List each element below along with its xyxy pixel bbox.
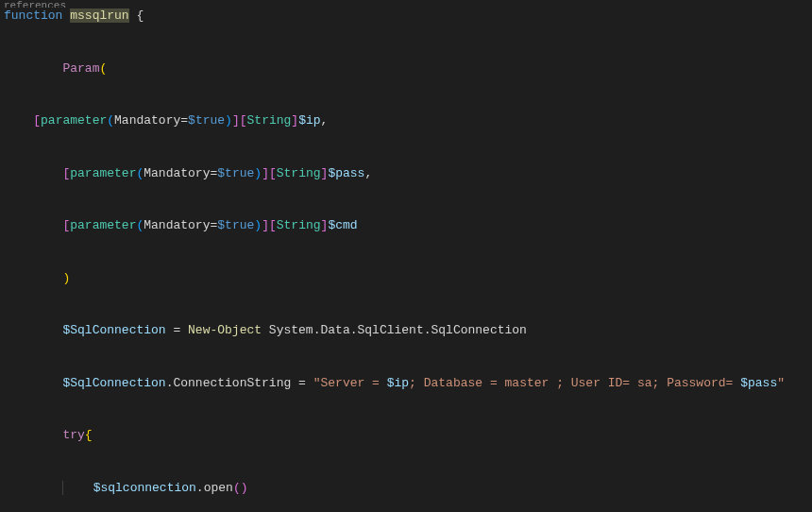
code-line-param-pass: [parameter(Mandatory=$true)][String]$pas… (0, 165, 812, 183)
attribute-name: parameter (41, 113, 107, 128)
paren: ( (107, 113, 114, 128)
blank-line (0, 26, 812, 43)
blank-line (0, 497, 812, 512)
property-mandatory: Mandatory (114, 113, 180, 128)
paren: ) (225, 113, 232, 128)
type-path: System.Data.SqlClient.SqlConnection (262, 323, 527, 337)
blank-line (0, 357, 812, 375)
blank-line (0, 305, 812, 323)
attribute-name: parameter (70, 218, 136, 232)
string-var-ip: $ip (387, 376, 409, 390)
blank-line (0, 392, 812, 410)
keyword-function: function (4, 9, 62, 23)
blank-line (0, 252, 812, 270)
cmdlet-new-object: New-Object (188, 323, 262, 337)
attribute-name: parameter (70, 166, 136, 180)
comma: , (364, 166, 372, 180)
code-line-connection-string: $SqlConnection.ConnectionString = "Serve… (0, 375, 812, 393)
variable-ip: $ip (298, 113, 320, 128)
code-line-new-object: $SqlConnection = New-Object System.Data.… (0, 322, 812, 340)
blank-line (0, 462, 812, 480)
brace-open: { (129, 9, 144, 23)
bracket: ] (291, 113, 298, 128)
code-line-param-ip: [parameter(Mandatory=$true)][String]$ip, (0, 112, 812, 130)
code-line-param-close: ) (0, 270, 812, 288)
blank-line (0, 130, 812, 148)
paren: ) (254, 166, 262, 180)
type-string: String (277, 166, 321, 180)
blank-line (0, 182, 812, 200)
code-editor[interactable]: references function mssqlrun { Param( [p… (0, 0, 812, 512)
equals: = (291, 376, 313, 390)
paren-close: ) (241, 481, 248, 495)
string-literal: "Server = (313, 376, 387, 390)
true-literal: $true (188, 113, 225, 128)
string-var-pass: $pass (740, 376, 777, 390)
dot: . (196, 481, 204, 495)
variable-sqlconnection: $SqlConnection (62, 323, 165, 337)
bracket: ] (262, 218, 269, 232)
variable-pass: $pass (328, 166, 364, 180)
code-line: function mssqlrun { (0, 8, 812, 26)
true-literal: $true (217, 166, 254, 180)
blank-line (0, 43, 812, 60)
string-literal: ; Database = master ; User ID= sa; Passw… (409, 376, 740, 390)
bracket: ] (262, 166, 269, 180)
property-mandatory: Mandatory (144, 218, 210, 232)
code-line-try: try{ (0, 427, 812, 445)
blank-line (0, 200, 812, 218)
bracket: [ (33, 113, 41, 128)
variable-sqlconnection: $sqlconnection (93, 481, 196, 495)
paren: ) (254, 218, 262, 232)
keyword-param: Param (62, 61, 99, 76)
code-line-open: $sqlconnection.open() (0, 480, 812, 498)
variable-sqlconnection: $SqlConnection (62, 376, 165, 390)
blank-line (0, 445, 812, 463)
bracket: [ (240, 113, 247, 128)
blank-line (0, 77, 812, 95)
blank-line (0, 235, 812, 253)
blank-line (0, 410, 812, 428)
string-literal: " (777, 376, 785, 390)
variable-cmd: $cmd (328, 218, 357, 232)
bracket: [ (269, 166, 277, 180)
references-label: references (0, 0, 812, 8)
code-line: Param( (0, 60, 812, 78)
code-line-param-cmd: [parameter(Mandatory=$true)][String]$cmd (0, 217, 812, 235)
type-string: String (247, 113, 292, 128)
true-literal: $true (217, 218, 254, 232)
equals: = (166, 323, 188, 337)
equals: = (180, 113, 188, 128)
function-name: mssqlrun (70, 9, 128, 23)
bracket: ] (232, 113, 240, 128)
method-open: open (204, 481, 233, 495)
brace-open: { (85, 428, 93, 442)
blank-line (0, 287, 812, 305)
paren-open: ( (99, 61, 107, 76)
comma: , (321, 113, 329, 128)
member-connectionstring: ConnectionString (173, 376, 291, 390)
type-string: String (277, 218, 321, 232)
blank-line (0, 147, 812, 165)
blank-line (0, 340, 812, 358)
blank-line (0, 95, 812, 113)
bracket: [ (269, 218, 277, 232)
paren-close: ) (62, 271, 70, 285)
keyword-try: try (62, 428, 84, 442)
property-mandatory: Mandatory (144, 166, 210, 180)
paren-open: ( (233, 481, 241, 495)
